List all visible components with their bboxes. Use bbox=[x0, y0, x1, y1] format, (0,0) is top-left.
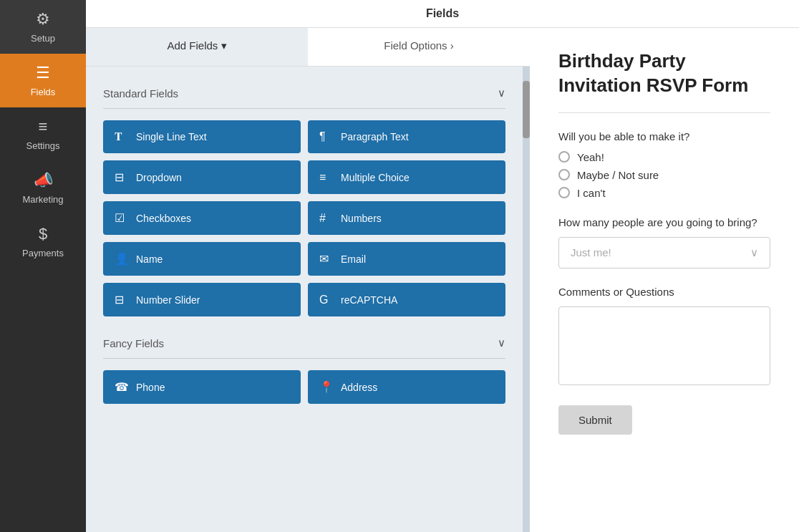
sidebar-item-fields[interactable]: ☰ Fields bbox=[0, 54, 86, 107]
sidebar-item-payments[interactable]: $ Payments bbox=[0, 215, 86, 269]
radio-label-maybe: Maybe / Not sure bbox=[577, 169, 659, 181]
field-btn-email-label: Email bbox=[341, 253, 366, 265]
radio-circle-yeah[interactable] bbox=[558, 151, 570, 163]
field-btn-dropdown[interactable]: ⊟ Dropdown bbox=[103, 160, 301, 194]
sidebar-item-settings[interactable]: ≡ Settings bbox=[0, 107, 86, 161]
radio-circle-cant[interactable] bbox=[558, 187, 570, 198]
sidebar: ⚙ Setup ☰ Fields ≡ Settings 📣 Marketing … bbox=[0, 0, 86, 532]
sidebar-item-setup[interactable]: ⚙ Setup bbox=[0, 0, 86, 54]
field-btn-numbers[interactable]: # Numbers bbox=[308, 201, 505, 235]
checkboxes-icon: ☑ bbox=[115, 211, 129, 225]
settings-icon: ≡ bbox=[39, 117, 48, 136]
dropdown-icon: ⊟ bbox=[115, 170, 129, 184]
email-icon: ✉ bbox=[319, 252, 334, 266]
sidebar-item-settings-label: Settings bbox=[26, 140, 60, 151]
field-btn-paragraph-text[interactable]: ¶ Paragraph Text bbox=[308, 120, 505, 153]
radio-label-yeah: Yeah! bbox=[577, 151, 604, 163]
recaptcha-icon: G bbox=[319, 294, 334, 306]
fields-icon: ☰ bbox=[36, 64, 50, 82]
fancy-fields-grid: ☎ Phone 📍 Address bbox=[103, 370, 505, 404]
radio-option-yeah[interactable]: Yeah! bbox=[558, 151, 770, 163]
tab-field-options[interactable]: Field Options › bbox=[308, 28, 530, 66]
fields-scroll[interactable]: Standard Fields ∨ 𝐓 Single Line Text ¶ P… bbox=[86, 67, 523, 532]
field-btn-checkboxes[interactable]: ☑ Checkboxes bbox=[103, 201, 301, 235]
name-icon: 👤 bbox=[115, 252, 129, 266]
chevron-down-icon-fancy: ∨ bbox=[498, 337, 505, 349]
numbers-icon: # bbox=[319, 212, 334, 225]
gear-icon: ⚙ bbox=[36, 10, 50, 29]
question-1: Will you be able to make it? bbox=[558, 130, 770, 142]
page-header: Fields bbox=[86, 0, 799, 28]
tab-add-fields-label: Add Fields bbox=[167, 39, 218, 52]
paragraph-icon: ¶ bbox=[319, 130, 334, 143]
field-btn-recaptcha-label: reCAPTCHA bbox=[341, 294, 397, 306]
radio-option-maybe[interactable]: Maybe / Not sure bbox=[558, 169, 770, 181]
field-btn-phone[interactable]: ☎ Phone bbox=[103, 370, 301, 404]
field-btn-numbers-label: Numbers bbox=[341, 213, 382, 224]
number-slider-icon: ⊟ bbox=[115, 293, 129, 306]
preview-panel: Birthday Party Invitation RSVP Form Will… bbox=[530, 28, 799, 532]
sidebar-item-payments-label: Payments bbox=[22, 248, 64, 258]
address-icon: 📍 bbox=[319, 380, 334, 394]
sidebar-item-marketing-label: Marketing bbox=[22, 194, 63, 205]
field-btn-number-slider[interactable]: ⊟ Number Slider bbox=[103, 283, 301, 316]
marketing-icon: 📣 bbox=[34, 171, 53, 190]
field-btn-name[interactable]: 👤 Name bbox=[103, 242, 301, 276]
content-row: Add Fields ▾ Field Options › Standard Fi… bbox=[86, 28, 799, 532]
sidebar-item-marketing[interactable]: 📣 Marketing bbox=[0, 161, 86, 215]
chevron-down-icon: ▾ bbox=[221, 39, 227, 52]
sidebar-item-setup-label: Setup bbox=[31, 33, 55, 44]
single-line-text-icon: 𝐓 bbox=[115, 130, 129, 143]
field-btn-single-line-text-label: Single Line Text bbox=[136, 131, 207, 142]
form-divider bbox=[558, 112, 770, 113]
dropdown-placeholder: Just me! bbox=[571, 246, 611, 258]
dropdown-arrow-icon: ∨ bbox=[750, 246, 758, 259]
standard-fields-grid: 𝐓 Single Line Text ¶ Paragraph Text ⊟ Dr… bbox=[103, 120, 505, 316]
standard-fields-label: Standard Fields bbox=[103, 87, 178, 100]
fields-tabs: Add Fields ▾ Field Options › bbox=[86, 28, 530, 67]
field-btn-name-label: Name bbox=[136, 253, 163, 265]
field-btn-address[interactable]: 📍 Address bbox=[308, 370, 505, 404]
multiple-choice-icon: ≡ bbox=[319, 171, 334, 184]
field-btn-phone-label: Phone bbox=[136, 382, 165, 393]
radio-option-cant[interactable]: I can't bbox=[558, 187, 770, 199]
comments-textarea[interactable] bbox=[558, 306, 770, 385]
scrollbar-track[interactable] bbox=[523, 67, 530, 532]
field-btn-recaptcha[interactable]: G reCAPTCHA bbox=[308, 283, 505, 316]
submit-button[interactable]: Submit bbox=[558, 405, 632, 435]
fields-panel: Add Fields ▾ Field Options › Standard Fi… bbox=[86, 28, 530, 532]
field-btn-email[interactable]: ✉ Email bbox=[308, 242, 505, 276]
form-title: Birthday Party Invitation RSVP Form bbox=[558, 49, 770, 98]
main-area: Fields Add Fields ▾ Field Options › bbox=[86, 0, 799, 532]
field-btn-number-slider-label: Number Slider bbox=[136, 294, 200, 306]
dropdown-people[interactable]: Just me! ∨ bbox=[558, 237, 770, 269]
payments-icon: $ bbox=[39, 225, 47, 243]
field-btn-single-line-text[interactable]: 𝐓 Single Line Text bbox=[103, 120, 301, 153]
tab-field-options-label: Field Options bbox=[384, 39, 447, 52]
radio-group-attendance: Yeah! Maybe / Not sure I can't bbox=[558, 151, 770, 199]
field-btn-dropdown-label: Dropdown bbox=[136, 172, 182, 183]
fancy-fields-header[interactable]: Fancy Fields ∨ bbox=[103, 328, 505, 359]
field-btn-multiple-choice[interactable]: ≡ Multiple Choice bbox=[308, 160, 505, 194]
chevron-down-icon-standard: ∨ bbox=[498, 87, 505, 100]
radio-circle-maybe[interactable] bbox=[558, 169, 570, 180]
standard-fields-header[interactable]: Standard Fields ∨ bbox=[103, 78, 505, 109]
fancy-fields-label: Fancy Fields bbox=[103, 337, 164, 349]
radio-label-cant: I can't bbox=[577, 187, 606, 199]
phone-icon: ☎ bbox=[115, 380, 129, 394]
question-2: How many people are you going to bring? bbox=[558, 216, 770, 228]
page-title: Fields bbox=[426, 7, 459, 19]
sidebar-item-fields-label: Fields bbox=[31, 87, 56, 97]
chevron-right-icon: › bbox=[450, 39, 454, 52]
tab-add-fields[interactable]: Add Fields ▾ bbox=[86, 28, 308, 66]
field-btn-multiple-choice-label: Multiple Choice bbox=[341, 172, 410, 183]
field-btn-paragraph-text-label: Paragraph Text bbox=[341, 131, 409, 142]
field-btn-checkboxes-label: Checkboxes bbox=[136, 213, 191, 224]
question-3: Comments or Questions bbox=[558, 286, 770, 298]
scrollbar-thumb[interactable] bbox=[523, 81, 530, 138]
field-btn-address-label: Address bbox=[341, 382, 377, 393]
